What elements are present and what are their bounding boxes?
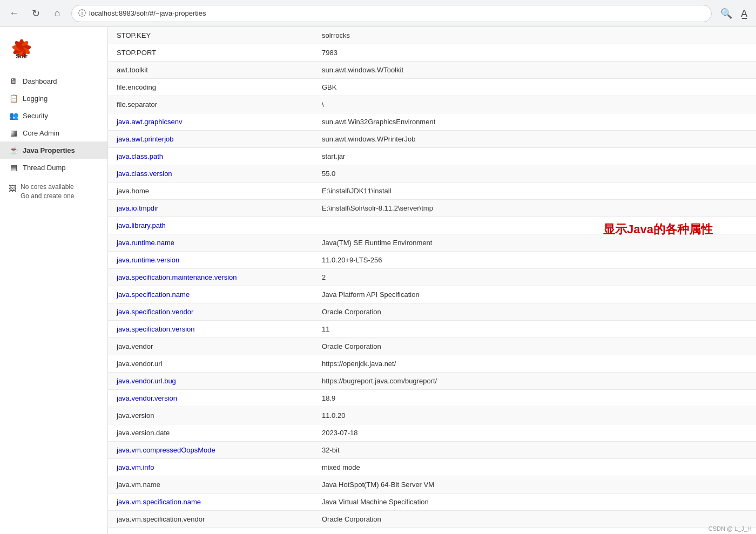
table-row: java.vm.specification.version11: [108, 528, 756, 535]
property-value: Java Platform API Specification: [313, 286, 756, 303]
sidebar: Solr 🖥 Dashboard 📋 Logging 👥 Security ▦ …: [0, 27, 108, 534]
property-key: java.version: [108, 407, 313, 424]
property-key: java.class.path: [108, 148, 313, 165]
table-row: java.specification.vendorOracle Corporat…: [108, 303, 756, 321]
java-properties-icon: ☕: [9, 146, 18, 154]
table-row: java.vendor.version18.9: [108, 390, 756, 407]
refresh-button[interactable]: ↻: [28, 6, 43, 21]
table-row: STOP.KEYsolrrocks: [108, 27, 756, 44]
table-row: java.version.date2023-07-18: [108, 424, 756, 442]
table-row: java.vm.infomixed mode: [108, 459, 756, 476]
property-value: Java Virtual Machine Specification: [313, 494, 756, 511]
property-key: java.vm.info: [108, 459, 313, 476]
table-row: java.version11.0.20: [108, 407, 756, 424]
content-area: STOP.KEYsolrrocksSTOP.PORT7983awt.toolki…: [108, 27, 756, 534]
property-value: E:\install\JDK11\install: [313, 182, 756, 200]
sidebar-item-dashboard[interactable]: 🖥 Dashboard: [0, 72, 107, 90]
property-value: \: [313, 96, 756, 113]
table-row: java.specification.nameJava Platform API…: [108, 286, 756, 303]
property-value: Java HotSpot(TM) 64-Bit Server VM: [313, 476, 756, 494]
property-key: java.class.version: [108, 165, 313, 182]
address-bar[interactable]: ⓘ localhost:8983/solr/#/~java-properties: [71, 5, 712, 22]
table-row: java.homeE:\install\JDK11\install: [108, 182, 756, 200]
table-row: java.class.version55.0: [108, 165, 756, 182]
property-key: java.vendor.url: [108, 355, 313, 373]
table-row: java.library.path: [108, 217, 756, 234]
property-value: 2023-07-18: [313, 424, 756, 442]
table-row: java.vendorOracle Corporation: [108, 338, 756, 355]
browser-right-icons: 🔍 A̲: [718, 5, 750, 22]
main-layout: Solr 🖥 Dashboard 📋 Logging 👥 Security ▦ …: [0, 27, 756, 534]
sidebar-item-thread-dump[interactable]: ▤ Thread Dump: [0, 159, 107, 176]
table-row: java.runtime.version11.0.20+9-LTS-256: [108, 252, 756, 269]
sidebar-item-core-admin[interactable]: ▦ Core Admin: [0, 124, 107, 141]
property-value: E:\install\Solr\solr-8.11.2\server\tmp: [313, 200, 756, 217]
home-button[interactable]: ⌂: [50, 6, 65, 21]
sidebar-item-thread-dump-label: Thread Dump: [23, 164, 65, 172]
property-value: 18.9: [313, 390, 756, 407]
property-key: STOP.PORT: [108, 44, 313, 62]
property-key: java.library.path: [108, 217, 313, 234]
property-value: 11.0.20: [313, 407, 756, 424]
property-key: java.awt.printerjob: [108, 131, 313, 148]
back-button[interactable]: ←: [6, 6, 22, 21]
table-row: file.separator\: [108, 96, 756, 113]
table-row: java.awt.graphicsenvsun.awt.Win32Graphic…: [108, 113, 756, 131]
property-key: java.version.date: [108, 424, 313, 442]
property-key: java.vendor.version: [108, 390, 313, 407]
svg-text:Solr: Solr: [16, 53, 28, 59]
property-value: 11.0.20+9-LTS-256: [313, 252, 756, 269]
table-row: java.vm.specification.vendorOracle Corpo…: [108, 511, 756, 528]
property-key: java.specification.version: [108, 321, 313, 338]
table-row: java.class.pathstart.jar: [108, 148, 756, 165]
property-key: java.vm.specification.version: [108, 528, 313, 535]
sidebar-item-core-admin-label: Core Admin: [23, 129, 59, 137]
watermark: CSDN @ L_J_H: [708, 525, 752, 532]
sidebar-item-security[interactable]: 👥 Security: [0, 107, 107, 124]
reader-button[interactable]: A̲: [739, 5, 750, 22]
property-value: 11: [313, 321, 756, 338]
thread-dump-icon: ▤: [9, 163, 18, 172]
table-row: file.encodingGBK: [108, 79, 756, 96]
url-text: localhost:8983/solr/#/~java-properties: [89, 9, 206, 17]
property-value: solrrocks: [313, 27, 756, 44]
property-key: STOP.KEY: [108, 27, 313, 44]
property-value: 2: [313, 269, 756, 286]
property-key: java.specification.maintenance.version: [108, 269, 313, 286]
no-cores-line2: Go and create one: [21, 192, 74, 201]
property-value: 55.0: [313, 165, 756, 182]
sidebar-item-logging[interactable]: 📋 Logging: [0, 90, 107, 107]
table-row: java.vm.compressedOopsMode32-bit: [108, 442, 756, 459]
property-value: 7983: [313, 44, 756, 62]
table-row: java.vm.specification.nameJava Virtual M…: [108, 494, 756, 511]
property-value: 11: [313, 528, 756, 535]
property-key: java.awt.graphicsenv: [108, 113, 313, 131]
property-key: java.runtime.name: [108, 234, 313, 252]
sidebar-logo: Solr: [0, 36, 107, 72]
property-key: awt.toolkit: [108, 62, 313, 79]
property-key: java.runtime.version: [108, 252, 313, 269]
sidebar-item-java-properties[interactable]: ☕ Java Properties: [0, 141, 107, 159]
table-row: java.specification.version11: [108, 321, 756, 338]
table-row: awt.toolkitsun.awt.windows.WToolkit: [108, 62, 756, 79]
property-key: java.vm.specification.name: [108, 494, 313, 511]
property-value: mixed mode: [313, 459, 756, 476]
property-value: GBK: [313, 79, 756, 96]
property-key: file.separator: [108, 96, 313, 113]
property-value: sun.awt.Win32GraphicsEnvironment: [313, 113, 756, 131]
zoom-button[interactable]: 🔍: [718, 5, 734, 22]
property-key: java.vendor: [108, 338, 313, 355]
property-value: Oracle Corporation: [313, 303, 756, 321]
property-key: java.io.tmpdir: [108, 200, 313, 217]
security-icon: 👥: [9, 111, 18, 120]
property-key: java.specification.name: [108, 286, 313, 303]
property-key: java.home: [108, 182, 313, 200]
table-row: java.runtime.nameJava(TM) SE Runtime Env…: [108, 234, 756, 252]
property-value: 32-bit: [313, 442, 756, 459]
property-key: java.vendor.url.bug: [108, 373, 313, 390]
no-cores-icon: 🖼: [9, 184, 16, 194]
table-row: java.vendor.url.bughttps://bugreport.jav…: [108, 373, 756, 390]
property-value: sun.awt.windows.WPrinterJob: [313, 131, 756, 148]
property-value: sun.awt.windows.WToolkit: [313, 62, 756, 79]
sidebar-item-logging-label: Logging: [23, 94, 48, 103]
